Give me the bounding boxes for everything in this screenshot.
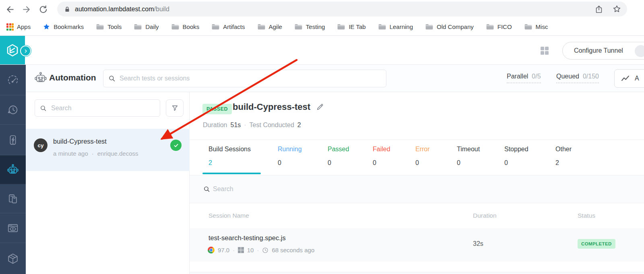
bookmark-bookmarks[interactable]: Bookmarks bbox=[43, 23, 84, 31]
tab-count: 2 bbox=[555, 159, 572, 167]
build-title-text: build-Cypress-test bbox=[233, 102, 310, 112]
lambdatest-automation-page: automation.lambdatest.com/build Apps Boo… bbox=[0, 0, 644, 274]
chrome-icon bbox=[208, 247, 215, 253]
tab-passed[interactable]: Passed 0 bbox=[328, 140, 349, 167]
bookmark-label: Learning bbox=[390, 23, 413, 30]
bookmark-label: Artifacts bbox=[223, 23, 245, 30]
history-clock-icon bbox=[7, 104, 19, 116]
bookmark-label: Bookmarks bbox=[54, 23, 84, 30]
bookmark-folder-testing[interactable]: Testing bbox=[294, 23, 325, 30]
bookmark-folder-learning[interactable]: Learning bbox=[378, 23, 413, 30]
bookmark-star-icon[interactable] bbox=[612, 4, 621, 14]
bookmark-folder-artifacts[interactable]: Artifacts bbox=[211, 23, 245, 30]
queued-stat[interactable]: Queued 0/150 bbox=[556, 73, 599, 83]
tab-other[interactable]: Other 2 bbox=[555, 140, 572, 167]
tab-timeout[interactable]: Timeout 0 bbox=[457, 140, 480, 167]
sidebar-expand-button[interactable] bbox=[20, 45, 31, 56]
share-icon[interactable] bbox=[594, 5, 603, 14]
filter-funnel-icon bbox=[171, 104, 179, 112]
tab-label: Timeout bbox=[457, 146, 480, 153]
tab-error[interactable]: Error 0 bbox=[415, 140, 430, 167]
bookmark-label: Books bbox=[183, 23, 200, 30]
tab-stopped[interactable]: Stopped 0 bbox=[504, 140, 528, 167]
folder-icon bbox=[425, 23, 433, 30]
configure-tunnel-button[interactable]: Configure Tunnel bbox=[562, 42, 644, 60]
bookmark-folder-old-company[interactable]: Old Company bbox=[425, 23, 474, 30]
parallel-value: 0/5 bbox=[532, 73, 541, 80]
folder-icon bbox=[96, 23, 104, 30]
active-tab-underline bbox=[202, 173, 261, 174]
parallel-stat[interactable]: Parallel 0/5 bbox=[507, 73, 541, 83]
sessions-search-input[interactable] bbox=[213, 175, 575, 203]
realtime-gauge-icon bbox=[7, 74, 19, 86]
sidebar-item-packages[interactable] bbox=[0, 243, 26, 274]
folder-icon bbox=[134, 23, 142, 30]
analytics-button[interactable]: A bbox=[614, 69, 644, 88]
url-bar[interactable]: automation.lambdatest.com/build bbox=[57, 2, 627, 16]
bookmark-label: Testing bbox=[306, 23, 325, 30]
browser-back-button[interactable] bbox=[4, 3, 16, 15]
tab-label: Failed bbox=[373, 146, 390, 153]
package-box-icon bbox=[7, 253, 19, 265]
bookmark-folder-books[interactable]: Books bbox=[171, 23, 200, 30]
sessions-search bbox=[190, 175, 644, 203]
chevron-right-icon bbox=[23, 49, 28, 54]
page-title: Automation bbox=[49, 73, 96, 82]
queued-value: 0/150 bbox=[583, 73, 599, 80]
bookmark-label: Daily bbox=[145, 23, 159, 30]
tab-label: Build Sessions bbox=[208, 146, 251, 153]
tab-label: Stopped bbox=[504, 146, 528, 153]
sidebar-item-devices[interactable] bbox=[0, 184, 26, 213]
sidebar-item-realtime[interactable] bbox=[0, 65, 26, 95]
bookmark-label: Misc bbox=[536, 23, 548, 30]
search-icon bbox=[40, 105, 47, 111]
filter-button[interactable] bbox=[166, 99, 184, 117]
folder-icon bbox=[378, 23, 386, 30]
tab-count: 0 bbox=[504, 159, 528, 167]
sidebar-item-app-testing[interactable] bbox=[0, 125, 26, 155]
bookmark-folder-tools[interactable]: Tools bbox=[96, 23, 122, 30]
status-badge: PASSED bbox=[202, 104, 232, 114]
test-conducted-label: Test Conducted bbox=[250, 122, 294, 129]
folder-icon bbox=[337, 23, 345, 30]
tab-label: Other bbox=[555, 146, 572, 153]
tab-failed[interactable]: Failed 0 bbox=[373, 140, 390, 167]
session-meta: 97.0 · 10 · 68 seconds ago bbox=[208, 247, 314, 253]
sidebar-item-test-history[interactable] bbox=[0, 95, 26, 125]
forward-arrow-icon bbox=[21, 4, 31, 14]
sidebar-item-lt-browser[interactable] bbox=[0, 213, 26, 243]
build-list-item[interactable]: cy build-Cypress-test a minute ago · enr… bbox=[26, 129, 190, 171]
configure-tunnel-label: Configure Tunnel bbox=[574, 47, 623, 54]
browser-forward-button[interactable] bbox=[20, 3, 32, 15]
bookmark-folder-daily[interactable]: Daily bbox=[134, 23, 159, 30]
edit-name-icon[interactable] bbox=[316, 103, 324, 111]
tab-running[interactable]: Running 0 bbox=[278, 140, 302, 167]
duration-label: Duration bbox=[203, 122, 227, 129]
bookmark-folder-ie-tab[interactable]: IE Tab bbox=[337, 23, 365, 30]
tab-count: 0 bbox=[278, 159, 302, 167]
tab-build-sessions[interactable]: Build Sessions 2 bbox=[208, 140, 251, 167]
apps-grid-icon bbox=[6, 23, 14, 31]
bookmark-label: IE Tab bbox=[349, 23, 365, 30]
folder-icon bbox=[486, 23, 494, 30]
robot-icon bbox=[7, 164, 19, 176]
apps-launcher-icon[interactable] bbox=[541, 47, 549, 55]
devices-icon bbox=[7, 193, 19, 205]
tunnel-status-circle bbox=[635, 45, 644, 57]
session-row[interactable]: test-search-testing.spec.js 97.0 · 10 · … bbox=[190, 228, 644, 262]
builds-search-input[interactable] bbox=[35, 99, 160, 117]
os-version: 10 bbox=[247, 247, 254, 253]
bookmark-folder-agile[interactable]: Agile bbox=[257, 23, 282, 30]
bookmark-apps[interactable]: Apps bbox=[6, 23, 31, 31]
tab-label: Error bbox=[415, 146, 430, 153]
build-time: a minute ago bbox=[53, 150, 88, 157]
tab-label: Running bbox=[278, 146, 302, 153]
bookmark-folder-fico[interactable]: FICO bbox=[486, 23, 512, 30]
bookmark-folder-misc[interactable]: Misc bbox=[524, 23, 548, 30]
search-tests-input[interactable] bbox=[103, 70, 386, 87]
build-owner: enrique.decoss bbox=[97, 150, 138, 157]
browser-reload-button[interactable] bbox=[37, 3, 49, 15]
column-status: Status bbox=[578, 212, 595, 219]
sidebar-item-automation[interactable] bbox=[0, 155, 26, 184]
dot-separator: · bbox=[257, 247, 259, 253]
